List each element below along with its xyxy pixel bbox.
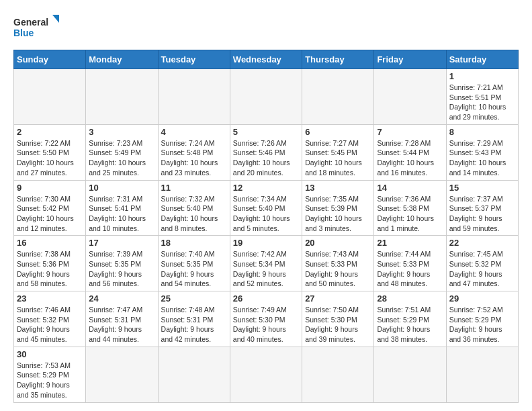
day-info: Sunrise: 7:47 AM Sunset: 5:31 PM Dayligh… (89, 305, 154, 345)
calendar-cell: 21Sunrise: 7:44 AM Sunset: 5:33 PM Dayli… (374, 236, 446, 291)
day-number: 24 (89, 293, 154, 304)
day-info: Sunrise: 7:40 AM Sunset: 5:35 PM Dayligh… (161, 249, 227, 289)
calendar-cell: 15Sunrise: 7:37 AM Sunset: 5:37 PM Dayli… (446, 180, 518, 236)
day-info: Sunrise: 7:36 AM Sunset: 5:38 PM Dayligh… (377, 194, 443, 234)
calendar-cell: 13Sunrise: 7:35 AM Sunset: 5:39 PM Dayli… (302, 180, 374, 236)
day-info: Sunrise: 7:49 AM Sunset: 5:30 PM Dayligh… (233, 305, 299, 345)
calendar-cell: 26Sunrise: 7:49 AM Sunset: 5:30 PM Dayli… (230, 291, 302, 347)
calendar-cell: 2Sunrise: 7:22 AM Sunset: 5:50 PM Daylig… (14, 124, 86, 180)
day-number: 15 (449, 183, 515, 193)
day-number: 16 (17, 238, 83, 248)
calendar-cell: 7Sunrise: 7:28 AM Sunset: 5:44 PM Daylig… (374, 124, 446, 180)
calendar-cell: 27Sunrise: 7:50 AM Sunset: 5:30 PM Dayli… (302, 291, 374, 347)
calendar-cell (230, 347, 302, 402)
calendar-cell (302, 69, 374, 125)
day-number: 8 (449, 127, 515, 137)
day-info: Sunrise: 7:43 AM Sunset: 5:33 PM Dayligh… (305, 249, 371, 289)
calendar-cell (86, 69, 158, 125)
calendar-cell: 28Sunrise: 7:51 AM Sunset: 5:29 PM Dayli… (374, 291, 446, 347)
weekday-header-friday: Friday (374, 50, 446, 69)
calendar-cell: 11Sunrise: 7:32 AM Sunset: 5:40 PM Dayli… (158, 180, 230, 236)
day-number: 2 (17, 127, 83, 137)
day-info: Sunrise: 7:37 AM Sunset: 5:37 PM Dayligh… (449, 194, 515, 234)
day-number: 1 (449, 71, 515, 81)
day-number: 30 (17, 349, 83, 359)
calendar-cell (374, 347, 446, 402)
day-number: 6 (305, 127, 371, 137)
day-info: Sunrise: 7:48 AM Sunset: 5:31 PM Dayligh… (161, 305, 227, 345)
day-number: 11 (161, 183, 227, 193)
day-number: 29 (449, 293, 515, 304)
calendar-cell: 20Sunrise: 7:43 AM Sunset: 5:33 PM Dayli… (302, 236, 374, 291)
weekday-header-tuesday: Tuesday (158, 50, 230, 69)
calendar-cell: 12Sunrise: 7:34 AM Sunset: 5:40 PM Dayli… (230, 180, 302, 236)
day-number: 18 (161, 238, 227, 248)
day-info: Sunrise: 7:52 AM Sunset: 5:29 PM Dayligh… (449, 305, 515, 345)
calendar-cell: 5Sunrise: 7:26 AM Sunset: 5:46 PM Daylig… (230, 124, 302, 180)
week-row-6: 30Sunrise: 7:53 AM Sunset: 5:29 PM Dayli… (14, 347, 519, 402)
day-number: 25 (161, 293, 227, 304)
day-info: Sunrise: 7:28 AM Sunset: 5:44 PM Dayligh… (377, 138, 443, 178)
day-number: 22 (449, 238, 515, 248)
logo-svg: General Blue (13, 13, 60, 43)
calendar-cell: 1Sunrise: 7:21 AM Sunset: 5:51 PM Daylig… (446, 69, 518, 125)
day-info: Sunrise: 7:38 AM Sunset: 5:36 PM Dayligh… (17, 249, 83, 289)
calendar-cell (158, 347, 230, 402)
calendar-cell: 19Sunrise: 7:42 AM Sunset: 5:34 PM Dayli… (230, 236, 302, 291)
day-info: Sunrise: 7:44 AM Sunset: 5:33 PM Dayligh… (377, 249, 443, 289)
calendar-cell: 3Sunrise: 7:23 AM Sunset: 5:49 PM Daylig… (86, 124, 158, 180)
weekday-header-thursday: Thursday (302, 50, 374, 69)
calendar-cell: 18Sunrise: 7:40 AM Sunset: 5:35 PM Dayli… (158, 236, 230, 291)
day-number: 28 (377, 293, 443, 304)
header: General Blue (13, 13, 519, 43)
logo: General Blue (13, 13, 60, 43)
day-info: Sunrise: 7:26 AM Sunset: 5:46 PM Dayligh… (233, 138, 299, 178)
day-info: Sunrise: 7:39 AM Sunset: 5:35 PM Dayligh… (89, 249, 154, 289)
calendar-cell: 16Sunrise: 7:38 AM Sunset: 5:36 PM Dayli… (14, 236, 86, 291)
day-info: Sunrise: 7:45 AM Sunset: 5:32 PM Dayligh… (449, 249, 515, 289)
day-number: 4 (161, 127, 227, 137)
day-number: 23 (17, 293, 83, 304)
day-number: 5 (233, 127, 299, 137)
day-info: Sunrise: 7:30 AM Sunset: 5:42 PM Dayligh… (17, 194, 83, 234)
week-row-1: 1Sunrise: 7:21 AM Sunset: 5:51 PM Daylig… (14, 69, 519, 125)
day-number: 9 (17, 183, 83, 193)
weekday-header-saturday: Saturday (446, 50, 518, 69)
day-number: 10 (89, 183, 154, 193)
calendar-cell (158, 69, 230, 125)
day-number: 7 (377, 127, 443, 137)
day-number: 20 (305, 238, 371, 248)
calendar-cell: 9Sunrise: 7:30 AM Sunset: 5:42 PM Daylig… (14, 180, 86, 236)
calendar-cell (446, 347, 518, 402)
calendar-cell (86, 347, 158, 402)
svg-text:Blue: Blue (13, 28, 34, 38)
day-number: 3 (89, 127, 154, 137)
calendar-cell: 22Sunrise: 7:45 AM Sunset: 5:32 PM Dayli… (446, 236, 518, 291)
weekday-header-monday: Monday (86, 50, 158, 69)
week-row-5: 23Sunrise: 7:46 AM Sunset: 5:32 PM Dayli… (14, 291, 519, 347)
calendar-cell (302, 347, 374, 402)
day-info: Sunrise: 7:32 AM Sunset: 5:40 PM Dayligh… (161, 194, 227, 234)
svg-text:General: General (13, 17, 48, 28)
day-info: Sunrise: 7:24 AM Sunset: 5:48 PM Dayligh… (161, 138, 227, 178)
calendar-cell: 29Sunrise: 7:52 AM Sunset: 5:29 PM Dayli… (446, 291, 518, 347)
calendar-cell: 6Sunrise: 7:27 AM Sunset: 5:45 PM Daylig… (302, 124, 374, 180)
week-row-3: 9Sunrise: 7:30 AM Sunset: 5:42 PM Daylig… (14, 180, 519, 236)
day-number: 13 (305, 183, 371, 193)
day-number: 17 (89, 238, 154, 248)
calendar-cell (230, 69, 302, 125)
calendar-cell (374, 69, 446, 125)
day-number: 26 (233, 293, 299, 304)
calendar-cell (14, 69, 86, 125)
day-info: Sunrise: 7:29 AM Sunset: 5:43 PM Dayligh… (449, 138, 515, 178)
week-row-4: 16Sunrise: 7:38 AM Sunset: 5:36 PM Dayli… (14, 236, 519, 291)
day-info: Sunrise: 7:35 AM Sunset: 5:39 PM Dayligh… (305, 194, 371, 234)
day-info: Sunrise: 7:34 AM Sunset: 5:40 PM Dayligh… (233, 194, 299, 234)
calendar-cell: 23Sunrise: 7:46 AM Sunset: 5:32 PM Dayli… (14, 291, 86, 347)
calendar-cell: 24Sunrise: 7:47 AM Sunset: 5:31 PM Dayli… (86, 291, 158, 347)
calendar-cell: 4Sunrise: 7:24 AM Sunset: 5:48 PM Daylig… (158, 124, 230, 180)
svg-marker-2 (52, 15, 59, 23)
day-info: Sunrise: 7:46 AM Sunset: 5:32 PM Dayligh… (17, 305, 83, 345)
day-number: 12 (233, 183, 299, 193)
day-number: 21 (377, 238, 443, 248)
